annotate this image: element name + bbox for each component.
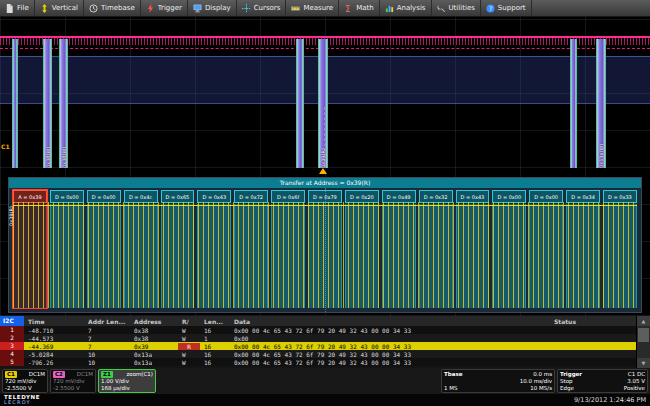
table-row[interactable]: 4 -5.0284 10 0x13a W 16 0x00 00 4c 65 43… <box>0 350 650 358</box>
scrollbar-thumb[interactable] <box>638 328 649 342</box>
z1-descriptor-box[interactable]: Z1zoom(C1) 1.00 V/div 168 μs/div <box>98 369 156 393</box>
decode-data-byte: D = 0x6f <box>271 190 305 308</box>
menu-item-utilities[interactable]: Utilities <box>432 0 481 16</box>
cell-time: -5.0284 <box>24 351 84 358</box>
monitor-icon <box>193 4 202 13</box>
burst-annotation: 0x39(R) <box>320 47 326 168</box>
timebase-rate: 10 MS/s <box>530 385 552 392</box>
menu-item-display[interactable]: Display <box>188 0 237 16</box>
row-index: 2 <box>0 334 24 342</box>
i2c-burst[interactable] <box>12 39 18 168</box>
menu-item-trigger[interactable]: Trigger <box>141 0 188 16</box>
trigger-panel[interactable]: TriggerC1 DC Stop3.05 V EdgePositive <box>557 369 648 393</box>
zoom-position-marker[interactable] <box>319 168 327 174</box>
decode-data-byte: D = 0x43 <box>197 190 231 308</box>
protocol-badge[interactable]: I2C <box>0 316 24 326</box>
menu-item-timebase[interactable]: Timebase <box>84 0 141 16</box>
file-icon <box>5 4 14 13</box>
decode-byte-region <box>382 204 416 308</box>
decode-data-byte: D = 0x72 <box>234 190 268 308</box>
column-header-status[interactable]: Status <box>550 318 636 325</box>
menu-item-cursors[interactable]: Cursors <box>237 0 287 16</box>
decode-data-byte: D = 0x33 <box>603 190 637 308</box>
timebase-offset: 0.0 ms <box>533 371 552 378</box>
column-header-len[interactable]: Len... <box>200 318 230 325</box>
trigger-slope: Positive <box>624 385 645 392</box>
decode-byte-region <box>87 204 121 308</box>
decode-data-label: D = 0x00 <box>529 190 563 203</box>
timebase-samples: 1 MS <box>444 385 457 392</box>
decode-data-label: D = 0x00 <box>50 190 84 203</box>
cell-address: 0x38 <box>130 327 178 334</box>
row-index: 5 <box>0 358 24 366</box>
table-row[interactable]: 1 -48.710 7 0x38 W 16 0x00 00 4c 65 43 7… <box>0 326 650 334</box>
clock-icon <box>89 4 98 13</box>
c2-offset: -2.5500 V <box>53 385 93 392</box>
decode-result-table: I2C Time Addr Len... Address R/ Len... D… <box>0 316 650 368</box>
c1-descriptor-box[interactable]: C1DC1M 720 mV/div -2.5500 V <box>2 369 48 393</box>
cell-time: -44.369 <box>24 343 84 350</box>
table-row-selected[interactable]: 3 -44.369 7 0x39 R 16 0x00 00 4c 65 43 7… <box>0 342 650 350</box>
trigger-type: Edge <box>560 385 574 392</box>
table-row[interactable]: 5 -796.26 10 0x13a W 16 0x00 00 4c 65 43… <box>0 358 650 366</box>
brand-logo: TELEDYNE LECROY <box>4 395 40 405</box>
descriptor-strip: C1DC1M 720 mV/div -2.5500 V C2DC1M 720 m… <box>0 368 650 394</box>
cell-address: 0x13a <box>130 359 178 366</box>
cell-addr-len: 7 <box>84 335 130 342</box>
column-header-data[interactable]: Data <box>230 318 550 325</box>
cell-len: 1 <box>200 335 230 342</box>
cell-len: 16 <box>200 327 230 334</box>
cell-rw: R <box>178 343 200 350</box>
ruler-icon <box>291 4 300 13</box>
menu-item-label: Utilities <box>449 4 475 12</box>
column-header-addr-len[interactable]: Addr Len... <box>84 318 130 325</box>
cell-len: 16 <box>200 351 230 358</box>
cell-time: -48.710 <box>24 327 84 334</box>
c2-coupling: DC1M <box>77 371 93 378</box>
i2c-burst[interactable]: 0x13a(W) <box>596 39 606 168</box>
column-header-time[interactable]: Time <box>24 318 84 325</box>
scroll-up-button[interactable]: ▲ <box>637 316 650 326</box>
decode-data-label: D = 0x49 <box>382 190 416 203</box>
c1-coupling: DC1M <box>29 371 45 378</box>
c1-ground-marker[interactable]: C1 <box>1 143 10 150</box>
timebase-panel[interactable]: Tbase0.0 ms 10.0 ms/div 1 MS10 MS/s <box>441 369 555 393</box>
menu-item-label: Trigger <box>158 4 182 12</box>
menu-item-measure[interactable]: Measure <box>286 0 339 16</box>
trigger-position-line <box>324 107 325 167</box>
cell-data: 0x00 00 4c 65 43 72 6f 79 20 49 32 43 00… <box>230 327 550 334</box>
menu-item-math[interactable]: Σ Math <box>339 0 380 16</box>
cell-data: 0x00 00 4c 65 43 72 6f 79 20 49 32 43 00… <box>230 343 550 350</box>
row-index: 1 <box>0 326 24 334</box>
menu-item-label: Analysis <box>397 4 426 12</box>
menu-item-vertical[interactable]: Vertical <box>35 0 84 16</box>
column-header-rw[interactable]: R/ <box>178 318 200 325</box>
decode-byte-region <box>345 204 379 308</box>
i2c-burst[interactable]: 0x38(W) <box>43 39 52 168</box>
burst-annotation: 0x38(W) <box>61 47 67 168</box>
cell-addr-len: 10 <box>84 351 130 358</box>
c2-descriptor-box[interactable]: C2DC1M 720 mV/div -2.5500 V <box>50 369 96 393</box>
decode-data-label: D = 0x32 <box>419 190 453 203</box>
decode-data-byte: D = 0x4c <box>124 190 158 308</box>
decode-address-byte: A = 0x39 <box>13 190 47 308</box>
zoom-panel[interactable]: Transfer at Address = 0x39(R) 0x39(R) A … <box>8 177 642 313</box>
i2c-burst[interactable]: 0x38(W) <box>59 39 68 168</box>
menu-item-label: Cursors <box>254 4 281 12</box>
menu-item-support[interactable]: ? Support <box>481 0 532 16</box>
column-header-address[interactable]: Address <box>130 318 178 325</box>
help-icon: ? <box>486 4 495 13</box>
i2c-burst[interactable] <box>570 39 577 168</box>
decode-byte-region <box>566 204 600 308</box>
menu-item-analysis[interactable]: Analysis <box>380 0 432 16</box>
cell-addr-len: 7 <box>84 327 130 334</box>
table-scrollbar[interactable]: ▲ ▼ <box>636 316 650 368</box>
i2c-burst[interactable] <box>296 39 304 168</box>
decode-data-label: D = 0x00 <box>492 190 526 203</box>
trigger-level: 3.05 V <box>627 378 645 385</box>
table-row[interactable]: 2 -44.573 7 0x38 W 1 0x00 <box>0 334 650 342</box>
scroll-down-button[interactable]: ▼ <box>637 358 650 368</box>
i2c-burst[interactable]: 0x39(R) <box>318 39 328 168</box>
menu-item-file[interactable]: File <box>0 0 35 16</box>
timebase-hscale: 10.0 ms/div <box>520 378 552 385</box>
